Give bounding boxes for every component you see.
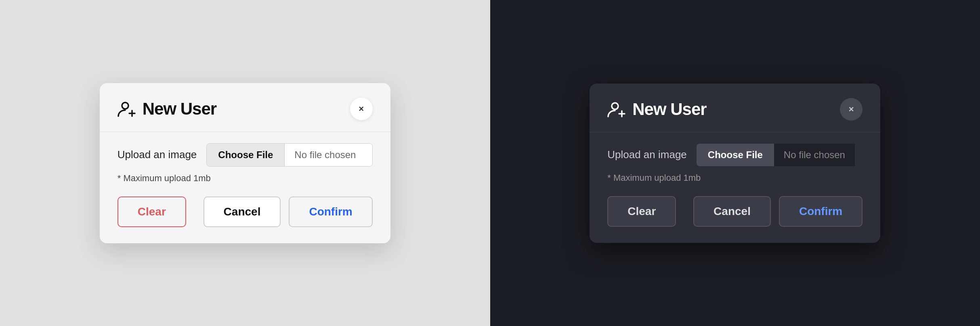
light-modal: New User × Upload an image Choose File N… <box>100 83 390 243</box>
close-button[interactable]: × <box>350 98 373 120</box>
modal-title-dark: New User <box>632 100 706 119</box>
title-group: New User <box>118 99 216 119</box>
cancel-button-dark[interactable]: Cancel <box>693 196 771 227</box>
modal-header-dark: New User × <box>607 98 862 121</box>
no-file-text-dark: No file chosen <box>774 144 855 166</box>
clear-button-dark[interactable]: Clear <box>607 196 676 227</box>
clear-button[interactable]: Clear <box>118 196 186 227</box>
modal-header: New User × <box>118 98 373 120</box>
button-row-dark: Clear Cancel Confirm <box>607 196 862 227</box>
file-input-wrapper: Choose File No file chosen <box>206 143 372 167</box>
svg-point-0 <box>122 102 128 109</box>
user-plus-icon <box>118 99 137 119</box>
file-input-wrapper-dark: Choose File No file chosen <box>697 144 862 166</box>
close-button-dark[interactable]: × <box>840 98 862 121</box>
file-row: Upload an image Choose File No file chos… <box>118 143 373 167</box>
upload-label-dark: Upload an image <box>607 148 687 161</box>
confirm-button[interactable]: Confirm <box>289 196 372 227</box>
divider <box>100 132 390 132</box>
modal-title: New User <box>143 99 216 119</box>
max-upload-note-dark: * Maximum upload 1mb <box>607 173 862 183</box>
dark-modal: New User × Upload an image Choose File N… <box>590 84 880 243</box>
svg-point-3 <box>612 103 618 109</box>
confirm-button-dark[interactable]: Confirm <box>779 196 862 227</box>
light-panel: New User × Upload an image Choose File N… <box>0 0 490 326</box>
button-row: Clear Cancel Confirm <box>118 196 373 227</box>
choose-file-button[interactable]: Choose File <box>207 144 285 166</box>
max-upload-note: * Maximum upload 1mb <box>118 173 373 184</box>
divider-dark <box>590 132 880 132</box>
title-group-dark: New User <box>607 100 706 119</box>
cancel-button[interactable]: Cancel <box>204 196 281 227</box>
file-row-dark: Upload an image Choose File No file chos… <box>607 144 862 166</box>
dark-panel: New User × Upload an image Choose File N… <box>490 0 980 326</box>
choose-file-button-dark[interactable]: Choose File <box>697 144 774 166</box>
no-file-text: No file chosen <box>285 144 365 166</box>
user-plus-icon-dark <box>607 100 627 119</box>
upload-label: Upload an image <box>118 148 197 161</box>
